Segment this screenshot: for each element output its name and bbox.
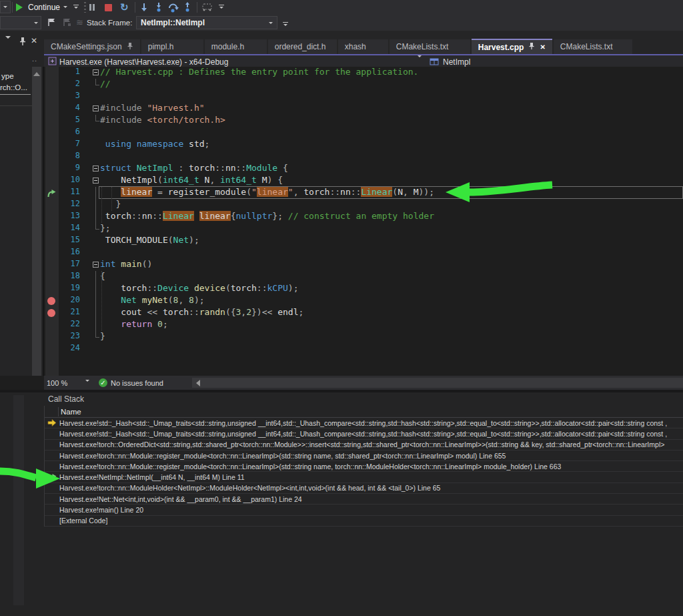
left-panel-scrollbar[interactable] bbox=[32, 67, 41, 376]
breakpoint-gutter[interactable] bbox=[45, 115, 59, 127]
code-line-24[interactable]: 24 bbox=[44, 343, 683, 355]
code-text[interactable]: struct NetImpl : torch::nn::Module { bbox=[100, 163, 288, 175]
process-combobox[interactable] bbox=[0, 16, 41, 29]
tab-label[interactable]: xhash bbox=[345, 42, 366, 51]
code-text[interactable]: #include <torch/torch.h> bbox=[100, 115, 225, 127]
frame-text[interactable]: Harvest.exe!Net::Net<int,int,void>(int &… bbox=[59, 495, 302, 503]
scroll-left-icon[interactable] bbox=[196, 380, 200, 386]
breakpoint-gutter[interactable] bbox=[45, 151, 59, 163]
breakpoint-gutter[interactable] bbox=[45, 295, 59, 307]
breakpoint-gutter[interactable] bbox=[45, 223, 59, 235]
breakpoint-gutter[interactable] bbox=[45, 271, 59, 283]
code-text[interactable]: } bbox=[100, 331, 105, 343]
breakpoint-gutter[interactable] bbox=[45, 187, 59, 199]
pin-icon[interactable] bbox=[528, 42, 535, 52]
code-line-17[interactable]: 17int main() bbox=[44, 259, 683, 271]
code-line-19[interactable]: 19 torch::Device device(torch::kCPU); bbox=[44, 283, 683, 295]
frame-text[interactable]: Harvest.exe!NetImpl::NetImpl(__int64 N, … bbox=[59, 473, 245, 481]
code-line-22[interactable]: 22 return 0; bbox=[44, 319, 683, 331]
show-threads-icon[interactable]: ≋ bbox=[76, 17, 83, 27]
code-text[interactable]: torch::Device device(torch::kCPU); bbox=[100, 283, 298, 295]
code-line-7[interactable]: 7 using namespace std; bbox=[44, 139, 683, 151]
toolbar-overflow-icon[interactable] bbox=[73, 5, 79, 9]
close-icon[interactable]: ✕ bbox=[540, 43, 545, 51]
code-text[interactable]: NetImpl(int64_t N, int64_t M) { bbox=[100, 175, 283, 187]
code-line-2[interactable]: 2// bbox=[44, 79, 683, 91]
callstack-row-2[interactable]: Harvest.exe!std::_Hash<std::_Umap_traits… bbox=[45, 428, 683, 439]
zoom-dropdown-icon[interactable] bbox=[85, 382, 89, 390]
code-text[interactable]: Net myNet(8, 8); bbox=[100, 295, 205, 307]
breakpoint-gutter[interactable] bbox=[45, 319, 59, 331]
breakpoint-gutter[interactable] bbox=[45, 307, 59, 319]
breakpoint-gutter[interactable] bbox=[45, 139, 59, 151]
tab-label[interactable]: module.h bbox=[211, 42, 244, 51]
code-line-5[interactable]: 5#include <torch/torch.h> bbox=[44, 115, 683, 127]
close-icon[interactable]: ✕ bbox=[31, 36, 37, 45]
breakpoint-gutter[interactable] bbox=[45, 127, 59, 139]
breadcrumb-project[interactable]: Harvest.exe (Harvest\Harvest.exe) - x64-… bbox=[59, 57, 228, 67]
breakpoint-gutter[interactable] bbox=[45, 79, 59, 91]
frame-text[interactable]: Harvest.exe!main() Line 20 bbox=[59, 506, 143, 514]
code-text[interactable]: torch::nn::Linear linear{nullptr}; // co… bbox=[100, 211, 434, 223]
pause-button[interactable] bbox=[89, 4, 95, 11]
continue-play-icon[interactable] bbox=[16, 3, 23, 11]
code-line-8[interactable]: 8 bbox=[44, 151, 683, 163]
breakpoint-gutter[interactable] bbox=[45, 67, 59, 79]
restart-button[interactable]: ↻ bbox=[120, 1, 129, 13]
code-line-4[interactable]: 4#include "Harvest.h" bbox=[44, 103, 683, 115]
frame-text[interactable]: Harvest.exe!std::_Hash<std::_Umap_traits… bbox=[59, 419, 667, 427]
tab-pimpl-h-1[interactable]: pimpl.h bbox=[141, 39, 203, 54]
stack-frame-combobox[interactable]: NetImpl::NetImpl bbox=[136, 16, 277, 29]
breakpoint-gutter[interactable] bbox=[45, 211, 59, 223]
callstack-row-3[interactable]: Harvest.exe!torch::OrderedDict<std::stri… bbox=[45, 440, 683, 450]
code-text[interactable]: }; bbox=[100, 223, 111, 235]
breakpoint-gutter[interactable] bbox=[45, 259, 59, 271]
tab-label[interactable]: pimpl.h bbox=[148, 42, 174, 51]
breakpoint-gutter[interactable] bbox=[45, 175, 59, 187]
code-text[interactable]: return 0; bbox=[100, 319, 168, 331]
code-text[interactable]: cout << torch::randn({3,2})<< endl; bbox=[100, 307, 303, 319]
horizontal-scrollbar[interactable] bbox=[192, 378, 683, 388]
code-line-20[interactable]: 20 Net myNet(8, 8); bbox=[44, 295, 683, 307]
show-next-statement-button[interactable] bbox=[139, 2, 149, 13]
code-line-3[interactable]: 3 bbox=[44, 91, 683, 103]
code-line-23[interactable]: 23} bbox=[44, 331, 683, 343]
frame-text[interactable]: Harvest.exe!torch::OrderedDict<std::stri… bbox=[59, 440, 664, 448]
frame-text[interactable]: Harvest.exe!torch::nn::Module::register_… bbox=[59, 452, 506, 460]
pin-icon[interactable] bbox=[19, 37, 27, 49]
issues-status[interactable]: No issues found bbox=[111, 379, 163, 387]
step-over-button[interactable] bbox=[167, 2, 179, 13]
fold-collapse-icon[interactable] bbox=[92, 103, 100, 115]
frame-text[interactable]: Harvest.exe!torch::nn::ModuleHolder<NetI… bbox=[59, 484, 440, 492]
breadcrumb-symbol[interactable]: NetImpl bbox=[443, 57, 470, 67]
scroll-up-icon[interactable] bbox=[33, 72, 40, 76]
callstack-row-4[interactable]: Harvest.exe!torch::nn::Module::register_… bbox=[45, 450, 683, 461]
step-out-button[interactable] bbox=[183, 2, 192, 13]
code-line-16[interactable]: 16 bbox=[44, 247, 683, 259]
code-text[interactable]: using namespace std; bbox=[100, 139, 209, 151]
tab-label[interactable]: CMakeLists.txt bbox=[396, 42, 449, 51]
breakpoint-window-icon[interactable] bbox=[201, 3, 213, 12]
frame-text[interactable]: [External Code] bbox=[59, 517, 107, 525]
code-text[interactable]: } bbox=[100, 199, 121, 211]
code-text[interactable]: #include "Harvest.h" bbox=[100, 103, 205, 115]
tab-module-h-2[interactable]: module.h bbox=[205, 39, 267, 54]
fold-collapse-icon[interactable] bbox=[92, 259, 100, 271]
breadcrumb-dropdown-icon[interactable] bbox=[418, 57, 422, 67]
fold-collapse-icon[interactable] bbox=[92, 175, 100, 187]
tab-label[interactable]: CMakeSettings.json bbox=[51, 42, 122, 51]
code-text[interactable]: TORCH_MODULE(Net); bbox=[100, 235, 199, 247]
code-line-14[interactable]: 14}; bbox=[44, 223, 683, 235]
tab-harvest-cpp-6[interactable]: Harvest.cpp✕ bbox=[472, 39, 552, 54]
tab-cmakelists-txt-7[interactable]: CMakeLists.txt bbox=[554, 39, 632, 54]
tab-ordered-dict-h-3[interactable]: ordered_dict.h bbox=[268, 39, 337, 54]
callstack-row-5[interactable]: Harvest.exe!torch::nn::Module::register_… bbox=[45, 461, 683, 472]
callstack-row-7[interactable]: Harvest.exe!torch::nn::ModuleHolder<NetI… bbox=[45, 483, 683, 494]
callstack-row-1[interactable]: Harvest.exe!std::_Hash<std::_Umap_traits… bbox=[45, 418, 683, 428]
code-text[interactable]: // Harvest.cpp : Defines the entry point… bbox=[100, 67, 418, 79]
toolbar-grip[interactable] bbox=[84, 2, 86, 13]
fold-collapse-icon[interactable] bbox=[92, 163, 100, 175]
frame-text[interactable]: Harvest.exe!std::_Hash<std::_Umap_traits… bbox=[59, 430, 667, 438]
breakpoint-icon[interactable] bbox=[47, 297, 55, 305]
tab-cmakelists-txt-5[interactable]: CMakeLists.txt bbox=[390, 39, 470, 54]
